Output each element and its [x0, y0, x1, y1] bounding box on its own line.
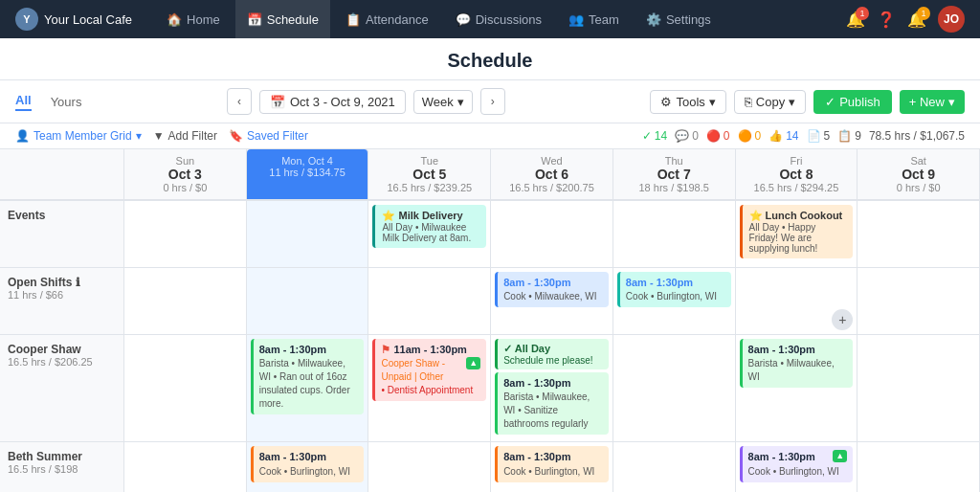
cooper-shaw-hours: 16.5 hrs / $206.25 — [8, 356, 116, 368]
cooper-fri-time: 8am - 1:30pm — [748, 343, 848, 357]
fri-date: Oct 8 — [744, 167, 850, 182]
top-navigation: Y Your Local Cafe 🏠 Home 📅 Schedule 📋 At… — [0, 0, 980, 38]
publish-button[interactable]: ✓ Publish — [813, 90, 892, 114]
add-open-shift-button[interactable]: + — [832, 309, 853, 330]
beth-wed-time: 8am - 1:30pm — [503, 450, 603, 464]
wed-date: Oct 6 — [499, 167, 605, 182]
cooper-fri-shift[interactable]: 8am - 1:30pm Barista • Milwaukee, WI — [740, 339, 854, 388]
open-shift-thu-info: Cook • Burlington, WI — [626, 290, 725, 303]
notifications-icon[interactable]: 🔔1 — [846, 11, 865, 29]
events-thu — [613, 201, 736, 268]
tab-yours[interactable]: Yours — [51, 95, 82, 109]
open-shifts-fri[interactable]: + — [736, 268, 858, 335]
grid-icon: 👤 — [15, 129, 30, 143]
beth-wed[interactable]: 8am - 1:30pm Cook • Burlington, WI — [491, 442, 613, 492]
stat-alert-red: 🔴 0 — [706, 129, 730, 143]
cooper-wed[interactable]: ✓ All Day Schedule me please! 8am - 1:30… — [491, 335, 613, 442]
stat-hours-cost: 78.5 hrs / $1,067.5 — [869, 129, 965, 143]
tab-all[interactable]: All — [15, 93, 32, 111]
beth-fri[interactable]: 8am - 1:30pm ▲ Cook • Burlington, WI — [736, 442, 858, 492]
cooper-mon-info: Barista • Milwaukee, WI • Ran out of 16o… — [259, 357, 359, 411]
open-shifts-wed[interactable]: 8am - 1:30pm Cook • Milwaukee, WI — [491, 268, 613, 335]
tue-date: Oct 5 — [376, 167, 482, 182]
beth-summer-name: Beth Summer — [8, 450, 116, 463]
open-shift-wed-time: 8am - 1:30pm — [503, 276, 603, 290]
sun-date: Oct 3 — [132, 167, 238, 182]
beth-conflict-badge: ▲ — [833, 450, 847, 462]
lunch-cookout-desc: All Day • Happy Friday! We are supplying… — [749, 222, 847, 254]
mon-hours: 11 hrs / $134.75 — [255, 167, 361, 178]
new-button[interactable]: + New ▾ — [900, 90, 965, 114]
calendar-icon: 📅 — [270, 95, 285, 109]
cooper-shaw-label: Cooper Shaw 16.5 hrs / $206.25 — [0, 335, 124, 442]
sat-date: Oct 9 — [865, 167, 971, 182]
help-icon[interactable]: ❓ — [877, 11, 896, 29]
milk-delivery-event[interactable]: ⭐ Milk Delivery All Day • Milwaukee Milk… — [372, 205, 486, 248]
fri-day-name: Fri — [744, 155, 850, 167]
events-fri[interactable]: ⭐ Lunch Cookout All Day • Happy Friday! … — [736, 201, 858, 268]
copy-button[interactable]: ⎘ Copy ▾ — [734, 90, 806, 114]
cooper-wed-allday[interactable]: ✓ All Day Schedule me please! — [495, 339, 609, 369]
prev-week-button[interactable]: ‹ — [227, 88, 252, 115]
nav-right: 🔔1 ❓ 🔔1 JO — [846, 6, 965, 33]
nav-discussions[interactable]: 💬 Discussions — [444, 0, 553, 38]
cooper-fri-info: Barista • Milwaukee, WI — [748, 357, 848, 384]
add-filter-button[interactable]: ▼ Add Filter — [153, 129, 217, 143]
saved-filter-button[interactable]: 🔖 Saved Filter — [229, 129, 308, 143]
beth-wed-shift[interactable]: 8am - 1:30pm Cook • Burlington, WI — [495, 446, 609, 481]
check-icon: ✓ — [825, 95, 835, 109]
open-shifts-hours: 11 hrs / $66 — [8, 289, 116, 301]
open-shift-wed-info: Cook • Milwaukee, WI — [503, 290, 603, 303]
open-shifts-thu[interactable]: 8am - 1:30pm Cook • Burlington, WI — [613, 268, 736, 335]
cooper-fri[interactable]: 8am - 1:30pm Barista • Milwaukee, WI — [736, 335, 858, 442]
open-shifts-title: Open Shifts ℹ — [8, 276, 116, 289]
beth-wed-info: Cook • Burlington, WI — [503, 465, 603, 479]
col-header-sat: Sat Oct 9 0 hrs / $0 — [858, 149, 980, 201]
cooper-mon[interactable]: 8am - 1:30pm Barista • Milwaukee, WI • R… — [247, 335, 369, 442]
date-range-button[interactable]: 📅 Oct 3 - Oct 9, 2021 — [259, 90, 406, 114]
nav-attendance[interactable]: 📋 Attendance — [334, 0, 440, 38]
user-avatar[interactable]: JO — [938, 6, 965, 33]
cooper-tue-shift[interactable]: ⚑ 11am - 1:30pm ▲ Cooper Shaw - Unpaid |… — [372, 339, 486, 401]
nav-schedule[interactable]: 📅 Schedule — [235, 0, 330, 38]
cooper-tue[interactable]: ⚑ 11am - 1:30pm ▲ Cooper Shaw - Unpaid |… — [368, 335, 491, 442]
beth-fri-info: Cook • Burlington, WI — [748, 465, 848, 479]
events-label: Events — [0, 201, 124, 268]
nav-settings[interactable]: ⚙️ Settings — [635, 0, 723, 38]
page-header: Schedule — [0, 38, 980, 80]
next-week-button[interactable]: › — [480, 88, 505, 115]
beth-mon-shift[interactable]: 8am - 1:30pm Cook • Burlington, WI — [251, 446, 365, 481]
week-view-button[interactable]: Week ▾ — [413, 90, 473, 114]
cooper-mon-shift[interactable]: 8am - 1:30pm Barista • Milwaukee, WI • R… — [251, 339, 365, 414]
beth-mon[interactable]: 8am - 1:30pm Cook • Burlington, WI — [247, 442, 369, 492]
nav-home[interactable]: 🏠 Home — [155, 0, 232, 38]
open-shifts-sat — [858, 268, 980, 335]
open-shift-wed[interactable]: 8am - 1:30pm Cook • Milwaukee, WI — [495, 272, 609, 307]
cooper-tue-time: ⚑ 11am - 1:30pm ▲ — [381, 343, 480, 357]
new-label: + New — [909, 95, 945, 109]
stat-alert-orange: 🟠 0 — [738, 129, 762, 143]
tools-button[interactable]: ⚙ Tools ▾ — [650, 90, 725, 114]
open-shifts-sun — [124, 268, 247, 335]
fri-hours: 16.5 hrs / $294.25 — [744, 182, 850, 193]
tue-day-name: Tue — [376, 155, 482, 167]
events-tue[interactable]: ⭐ Milk Delivery All Day • Milwaukee Milk… — [368, 201, 491, 268]
nav-team[interactable]: 👥 Team — [557, 0, 631, 38]
lunch-cookout-event[interactable]: ⭐ Lunch Cookout All Day • Happy Friday! … — [740, 205, 854, 258]
brand-avatar: Y — [15, 8, 38, 31]
cooper-wed-shift[interactable]: 8am - 1:30pm Barista • Milwaukee, WI • S… — [495, 372, 609, 435]
brand[interactable]: Y Your Local Cafe — [15, 8, 132, 31]
beth-sun — [124, 442, 247, 492]
tools-chevron-icon: ▾ — [709, 95, 716, 109]
subtoolbar-right: ✓ 14 💬 0 🔴 0 🟠 0 👍 14 📄 5 📋 9 78.5 hrs /… — [642, 129, 965, 143]
grid-chevron-icon: ▾ — [136, 129, 142, 143]
activity-icon[interactable]: 🔔1 — [907, 11, 926, 29]
beth-fri-shift[interactable]: 8am - 1:30pm ▲ Cook • Burlington, WI — [740, 446, 854, 481]
col-header-sun: Sun Oct 3 0 hrs / $0 — [124, 149, 247, 201]
beth-mon-time: 8am - 1:30pm — [259, 450, 359, 464]
new-chevron-icon: ▾ — [948, 95, 955, 109]
cooper-tue-alert: • Dentist Appointment — [381, 384, 480, 397]
tue-hours: 16.5 hrs / $239.25 — [376, 182, 482, 193]
team-member-grid-button[interactable]: 👤 Team Member Grid ▾ — [15, 129, 142, 143]
open-shift-thu[interactable]: 8am - 1:30pm Cook • Burlington, WI — [617, 272, 731, 307]
